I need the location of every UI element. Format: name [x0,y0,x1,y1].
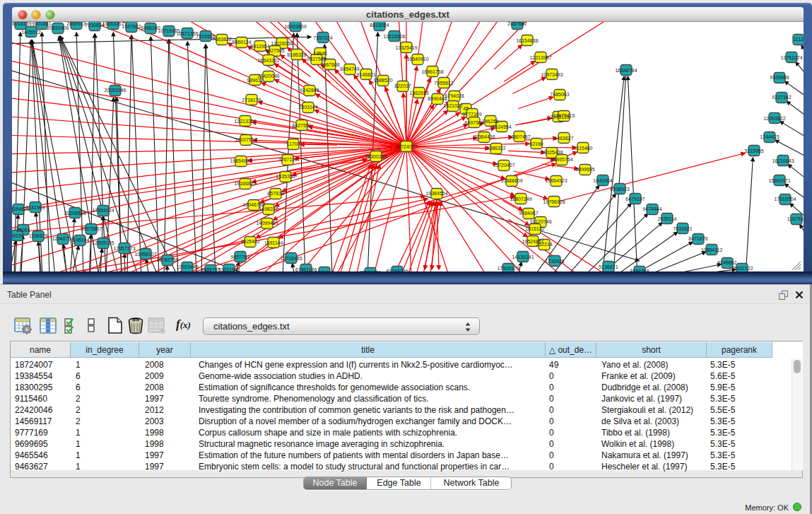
svg-text:36018159: 36018159 [12,22,32,26]
svg-text:6479197: 6479197 [625,197,645,201]
svg-text:1588520: 1588520 [373,78,392,83]
svg-text:857833: 857833 [267,191,283,196]
svg-text:16961758: 16961758 [421,69,443,74]
svg-text:30975867: 30975867 [80,226,102,231]
svg-text:18807249: 18807249 [510,197,531,201]
svg-text:20364436: 20364436 [473,134,495,139]
svg-text:11700: 11700 [287,141,300,146]
svg-text:9777169: 9777169 [462,112,481,117]
svg-text:8186328: 8186328 [287,52,306,57]
svg-text:45: 45 [463,106,469,111]
svg-text:1691144: 1691144 [264,240,283,245]
svg-text:18300295: 18300295 [365,154,387,159]
svg-text:8860124: 8860124 [232,40,251,45]
svg-text:19756928: 19756928 [543,199,565,204]
svg-text:1405572: 1405572 [21,30,40,35]
svg-text:13325419: 13325419 [395,45,417,50]
svg-text:2487682: 2487682 [507,22,526,26]
svg-text:746266: 746266 [482,119,498,124]
svg-text:10973493: 10973493 [541,72,563,77]
svg-text:12975115: 12975115 [553,113,575,118]
svg-text:12505135: 12505135 [92,240,114,245]
svg-text:16671355: 16671355 [176,31,198,36]
svg-text:17016504: 17016504 [774,197,796,201]
svg-text:9242848: 9242848 [300,88,319,93]
svg-text:16120746: 16120746 [529,219,551,224]
svg-text:18724007: 18724007 [395,144,417,149]
svg-text:3624554: 3624554 [492,124,511,129]
svg-text:8813054: 8813054 [370,23,389,28]
svg-text:16648784: 16648784 [615,68,637,73]
svg-text:9115460: 9115460 [574,146,593,151]
svg-text:16782759: 16782759 [156,257,178,262]
svg-text:7625402: 7625402 [240,239,259,244]
svg-text:252214: 252214 [536,242,552,247]
svg-text:13226058: 13226058 [271,41,293,46]
svg-text:1244415: 1244415 [760,134,779,139]
svg-text:20691406: 20691406 [47,25,69,30]
svg-text:8471676: 8471676 [688,236,707,241]
svg-text:822037: 822037 [394,83,411,88]
svg-text:17359924: 17359924 [92,208,114,213]
svg-text:9474444: 9474444 [642,206,661,211]
svg-text:10654112: 10654112 [701,247,723,252]
svg-text:1156829: 1156829 [29,233,48,238]
svg-text:19166825: 19166825 [234,181,256,186]
svg-text:39154: 39154 [12,233,24,238]
svg-text:3215955: 3215955 [744,148,763,153]
svg-text:15495754: 15495754 [551,157,572,162]
svg-text:14099489: 14099489 [256,221,278,226]
svg-text:2386322: 2386322 [486,146,505,151]
svg-text:10653267: 10653267 [102,22,124,26]
svg-text:10107554: 10107554 [235,137,257,142]
svg-text:1615132: 1615132 [525,226,544,231]
svg-text:16543362: 16543362 [257,58,279,63]
svg-text:16154838: 16154838 [516,38,538,43]
svg-text:8938923: 8938923 [610,187,629,192]
svg-text:1463627: 1463627 [554,136,573,141]
svg-text:6181909: 6181909 [25,205,45,210]
svg-text:75632122: 75632122 [731,266,753,271]
svg-text:1733426: 1733426 [545,259,564,264]
svg-text:10688609: 10688609 [500,178,522,183]
svg-text:19384554: 19384554 [425,191,447,196]
svg-text:1621022: 1621022 [443,103,462,108]
svg-text:16640910: 16640910 [406,57,428,62]
svg-text:15692971: 15692971 [768,178,790,183]
svg-text:12923448: 12923448 [176,264,198,269]
svg-text:19654923: 19654923 [545,178,567,183]
svg-text:2967608: 2967608 [320,62,339,67]
svg-text:2718176: 2718176 [242,98,261,103]
svg-text:7955812: 7955812 [434,81,453,86]
svg-text:23420046: 23420046 [257,74,279,78]
svg-text:9146821: 9146821 [356,72,375,77]
svg-text:1335356: 1335356 [276,174,295,179]
svg-text:13546: 13546 [313,51,327,56]
svg-text:8427552: 8427552 [292,123,311,128]
svg-text:2803144: 2803144 [298,105,317,110]
svg-text:20206536: 20206536 [64,211,86,216]
svg-text:10025438: 10025438 [541,150,563,155]
svg-text:9327505: 9327505 [265,48,284,53]
svg-text:6497568: 6497568 [464,120,483,125]
svg-text:1498222: 1498222 [259,206,278,211]
svg-text:15720407: 15720407 [493,163,514,168]
svg-text:13218506: 13218506 [383,34,405,39]
svg-text:13716485: 13716485 [280,256,302,261]
svg-text:1167534: 1167534 [787,216,804,221]
svg-text:989612: 989612 [247,78,263,83]
svg-text:3267110: 3267110 [278,157,298,162]
svg-text:9329966: 9329966 [770,75,789,80]
svg-text:17529170: 17529170 [497,266,519,271]
svg-text:5236671: 5236671 [599,264,618,269]
svg-text:62160: 62160 [529,141,543,146]
svg-text:12213957: 12213957 [529,55,551,60]
svg-text:17957273: 17957273 [113,246,135,251]
svg-text:10958107: 10958107 [134,252,156,257]
svg-text:16210643: 16210643 [772,158,794,163]
svg-text:1112: 1112 [794,37,804,42]
svg-text:7632621: 7632621 [673,226,692,231]
svg-text:1145194: 1145194 [71,238,90,243]
svg-text:12093822: 12093822 [763,116,785,121]
svg-text:1527602: 1527602 [122,24,141,29]
